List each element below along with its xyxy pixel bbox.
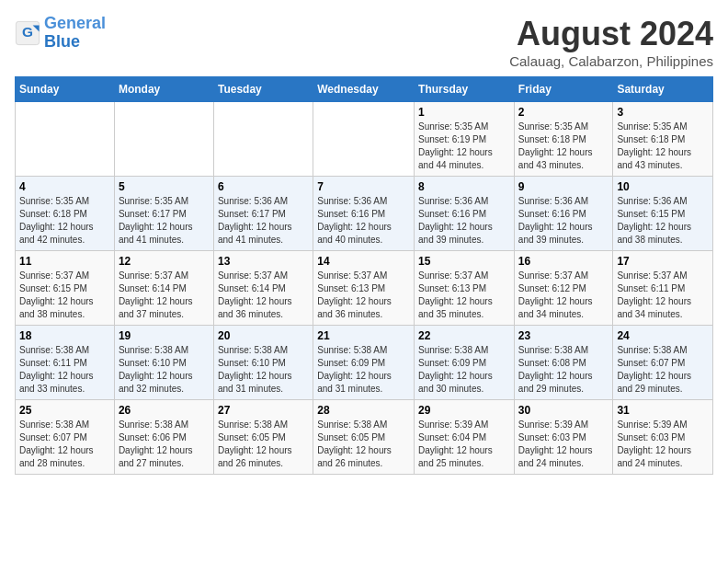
day-info: Sunrise: 5:36 AM Sunset: 6:16 PM Dayligh… <box>317 195 410 247</box>
day-number: 13 <box>218 255 309 268</box>
day-info: Sunrise: 5:39 AM Sunset: 6:03 PM Dayligh… <box>518 419 609 470</box>
day-number: 24 <box>617 329 709 342</box>
day-info: Sunrise: 5:38 AM Sunset: 6:05 PM Dayligh… <box>317 419 410 470</box>
day-info: Sunrise: 5:35 AM Sunset: 6:18 PM Dayligh… <box>518 121 609 172</box>
day-info: Sunrise: 5:38 AM Sunset: 6:05 PM Dayligh… <box>218 419 309 470</box>
svg-text:G: G <box>22 24 33 40</box>
day-number: 9 <box>518 180 609 193</box>
day-info: Sunrise: 5:39 AM Sunset: 6:04 PM Dayligh… <box>418 419 510 470</box>
calendar-cell: 24Sunrise: 5:38 AM Sunset: 6:07 PM Dayli… <box>613 326 713 400</box>
day-info: Sunrise: 5:36 AM Sunset: 6:17 PM Dayligh… <box>218 195 309 247</box>
calendar-cell: 4Sunrise: 5:35 AM Sunset: 6:18 PM Daylig… <box>16 177 115 251</box>
calendar-cell: 8Sunrise: 5:36 AM Sunset: 6:16 PM Daylig… <box>415 177 515 251</box>
calendar-table: SundayMondayTuesdayWednesdayThursdayFrid… <box>15 76 713 475</box>
calendar-cell: 6Sunrise: 5:36 AM Sunset: 6:17 PM Daylig… <box>213 177 313 251</box>
calendar-cell: 2Sunrise: 5:35 AM Sunset: 6:18 PM Daylig… <box>514 102 613 177</box>
calendar-cell: 25Sunrise: 5:38 AM Sunset: 6:07 PM Dayli… <box>16 400 115 475</box>
month-year-title: August 2024 <box>509 15 713 53</box>
weekday-header-sunday: Sunday <box>16 77 115 102</box>
day-number: 3 <box>617 106 709 119</box>
calendar-cell: 20Sunrise: 5:38 AM Sunset: 6:10 PM Dayli… <box>213 326 313 400</box>
day-number: 17 <box>617 255 709 268</box>
calendar-week-4: 18Sunrise: 5:38 AM Sunset: 6:11 PM Dayli… <box>16 326 713 400</box>
day-info: Sunrise: 5:38 AM Sunset: 6:08 PM Dayligh… <box>518 344 609 396</box>
calendar-cell: 30Sunrise: 5:39 AM Sunset: 6:03 PM Dayli… <box>514 400 613 475</box>
day-number: 19 <box>119 329 210 342</box>
calendar-cell <box>313 102 415 177</box>
calendar-cell: 12Sunrise: 5:37 AM Sunset: 6:14 PM Dayli… <box>114 251 213 326</box>
day-info: Sunrise: 5:37 AM Sunset: 6:14 PM Dayligh… <box>119 270 210 321</box>
day-number: 5 <box>119 180 210 193</box>
weekday-header-tuesday: Tuesday <box>213 77 313 102</box>
day-number: 25 <box>19 404 110 417</box>
location-subtitle: Calauag, Calabarzon, Philippines <box>509 53 713 69</box>
calendar-cell: 26Sunrise: 5:38 AM Sunset: 6:06 PM Dayli… <box>114 400 213 475</box>
weekday-header-wednesday: Wednesday <box>313 77 415 102</box>
day-number: 10 <box>617 180 709 193</box>
day-info: Sunrise: 5:38 AM Sunset: 6:07 PM Dayligh… <box>617 344 709 396</box>
day-number: 15 <box>418 255 510 268</box>
day-info: Sunrise: 5:37 AM Sunset: 6:11 PM Dayligh… <box>617 270 709 321</box>
day-number: 20 <box>218 329 309 342</box>
calendar-cell: 15Sunrise: 5:37 AM Sunset: 6:13 PM Dayli… <box>415 251 515 326</box>
weekday-header-saturday: Saturday <box>613 77 713 102</box>
calendar-cell: 10Sunrise: 5:36 AM Sunset: 6:15 PM Dayli… <box>613 177 713 251</box>
day-info: Sunrise: 5:37 AM Sunset: 6:14 PM Dayligh… <box>218 270 309 321</box>
calendar-week-2: 4Sunrise: 5:35 AM Sunset: 6:18 PM Daylig… <box>16 177 713 251</box>
calendar-cell: 13Sunrise: 5:37 AM Sunset: 6:14 PM Dayli… <box>213 251 313 326</box>
day-info: Sunrise: 5:37 AM Sunset: 6:12 PM Dayligh… <box>518 270 609 321</box>
day-number: 12 <box>119 255 210 268</box>
day-number: 18 <box>19 329 110 342</box>
day-info: Sunrise: 5:37 AM Sunset: 6:13 PM Dayligh… <box>418 270 510 321</box>
day-info: Sunrise: 5:38 AM Sunset: 6:10 PM Dayligh… <box>119 344 210 396</box>
weekday-header-friday: Friday <box>514 77 613 102</box>
calendar-header: SundayMondayTuesdayWednesdayThursdayFrid… <box>16 77 713 102</box>
calendar-cell: 18Sunrise: 5:38 AM Sunset: 6:11 PM Dayli… <box>16 326 115 400</box>
day-info: Sunrise: 5:38 AM Sunset: 6:09 PM Dayligh… <box>317 344 410 396</box>
calendar-cell: 27Sunrise: 5:38 AM Sunset: 6:05 PM Dayli… <box>213 400 313 475</box>
calendar-cell: 21Sunrise: 5:38 AM Sunset: 6:09 PM Dayli… <box>313 326 415 400</box>
calendar-body: 1Sunrise: 5:35 AM Sunset: 6:19 PM Daylig… <box>16 102 713 475</box>
day-number: 2 <box>518 106 609 119</box>
day-number: 29 <box>418 404 510 417</box>
calendar-cell: 1Sunrise: 5:35 AM Sunset: 6:19 PM Daylig… <box>415 102 515 177</box>
weekday-header-monday: Monday <box>114 77 213 102</box>
day-number: 8 <box>418 180 510 193</box>
day-info: Sunrise: 5:35 AM Sunset: 6:19 PM Dayligh… <box>418 121 510 172</box>
day-info: Sunrise: 5:38 AM Sunset: 6:11 PM Dayligh… <box>19 344 110 396</box>
calendar-cell: 9Sunrise: 5:36 AM Sunset: 6:16 PM Daylig… <box>514 177 613 251</box>
calendar-cell <box>16 102 115 177</box>
day-number: 21 <box>317 329 410 342</box>
calendar-cell: 19Sunrise: 5:38 AM Sunset: 6:10 PM Dayli… <box>114 326 213 400</box>
day-info: Sunrise: 5:35 AM Sunset: 6:18 PM Dayligh… <box>617 121 709 172</box>
calendar-cell: 16Sunrise: 5:37 AM Sunset: 6:12 PM Dayli… <box>514 251 613 326</box>
day-info: Sunrise: 5:39 AM Sunset: 6:03 PM Dayligh… <box>617 419 709 470</box>
day-number: 31 <box>617 404 709 417</box>
day-number: 6 <box>218 180 309 193</box>
day-number: 7 <box>317 180 410 193</box>
calendar-cell <box>114 102 213 177</box>
calendar-week-1: 1Sunrise: 5:35 AM Sunset: 6:19 PM Daylig… <box>16 102 713 177</box>
logo: G General Blue <box>15 15 106 52</box>
day-number: 11 <box>19 255 110 268</box>
title-block: August 2024 Calauag, Calabarzon, Philipp… <box>509 15 713 69</box>
calendar-cell: 5Sunrise: 5:35 AM Sunset: 6:17 PM Daylig… <box>114 177 213 251</box>
day-number: 30 <box>518 404 609 417</box>
logo-icon: G <box>15 20 40 46</box>
calendar-cell <box>213 102 313 177</box>
day-info: Sunrise: 5:37 AM Sunset: 6:15 PM Dayligh… <box>19 270 110 321</box>
day-info: Sunrise: 5:37 AM Sunset: 6:13 PM Dayligh… <box>317 270 410 321</box>
day-number: 4 <box>19 180 110 193</box>
calendar-cell: 22Sunrise: 5:38 AM Sunset: 6:09 PM Dayli… <box>415 326 515 400</box>
calendar-cell: 14Sunrise: 5:37 AM Sunset: 6:13 PM Dayli… <box>313 251 415 326</box>
calendar-week-5: 25Sunrise: 5:38 AM Sunset: 6:07 PM Dayli… <box>16 400 713 475</box>
calendar-cell: 7Sunrise: 5:36 AM Sunset: 6:16 PM Daylig… <box>313 177 415 251</box>
day-info: Sunrise: 5:36 AM Sunset: 6:15 PM Dayligh… <box>617 195 709 247</box>
day-info: Sunrise: 5:36 AM Sunset: 6:16 PM Dayligh… <box>518 195 609 247</box>
day-number: 26 <box>119 404 210 417</box>
day-info: Sunrise: 5:35 AM Sunset: 6:18 PM Dayligh… <box>19 195 110 247</box>
calendar-cell: 3Sunrise: 5:35 AM Sunset: 6:18 PM Daylig… <box>613 102 713 177</box>
day-info: Sunrise: 5:38 AM Sunset: 6:09 PM Dayligh… <box>418 344 510 396</box>
day-number: 28 <box>317 404 410 417</box>
calendar-cell: 28Sunrise: 5:38 AM Sunset: 6:05 PM Dayli… <box>313 400 415 475</box>
